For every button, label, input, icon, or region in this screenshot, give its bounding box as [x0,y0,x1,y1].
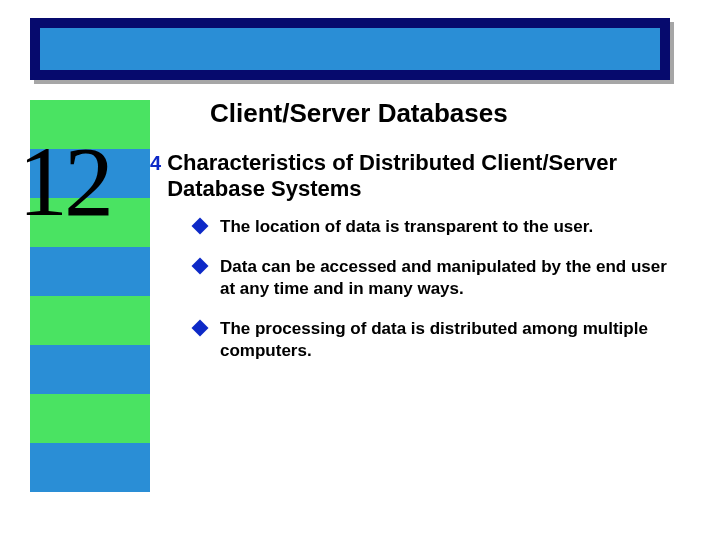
header-bar-outer [30,18,670,80]
stripe [30,345,150,394]
diamond-icon [192,258,209,275]
heading-text: Characteristics of Distributed Client/Se… [167,150,690,202]
stripe [30,247,150,296]
bullet-list: The location of data is transparent to t… [194,216,690,362]
list-item: The location of data is transparent to t… [194,216,690,238]
list-item: Data can be accessed and manipulated by … [194,256,690,300]
stripe [30,443,150,492]
diamond-icon [192,218,209,235]
slide-title: Client/Server Databases [210,98,508,129]
stripe [30,296,150,345]
stripe [30,394,150,443]
list-item-text: The processing of data is distributed am… [220,318,680,362]
diamond-icon [192,320,209,337]
header-bar-inner [40,28,660,70]
heading-row: 4 Characteristics of Distributed Client/… [150,150,690,202]
list-item: The processing of data is distributed am… [194,318,690,362]
heading-bullet-icon: 4 [150,150,161,176]
list-item-text: The location of data is transparent to t… [220,216,593,238]
chapter-number: 12 [18,132,110,232]
list-item-text: Data can be accessed and manipulated by … [220,256,680,300]
content-area: 4 Characteristics of Distributed Client/… [150,150,690,380]
slide: 12 Client/Server Databases 4 Characteris… [0,0,720,540]
